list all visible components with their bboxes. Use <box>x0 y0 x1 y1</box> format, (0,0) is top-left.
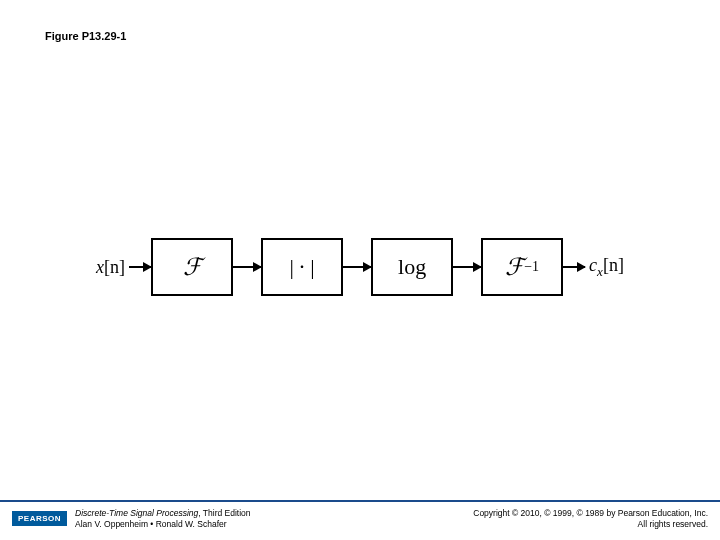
input-var: x <box>96 257 104 277</box>
input-index: [n] <box>104 257 125 277</box>
magnitude-symbol: | · | <box>289 254 314 280</box>
arrow <box>343 266 371 268</box>
rights-line: All rights reserved. <box>473 519 708 530</box>
output-var: c <box>589 255 597 275</box>
footer: PEARSON Discrete-Time Signal Processing,… <box>0 500 720 540</box>
book-edition: , Third Edition <box>198 508 250 518</box>
arrow <box>129 266 151 268</box>
copyright-line: Copyright © 2010, © 1999, © 1989 by Pear… <box>473 508 708 519</box>
magnitude-block: | · | <box>261 238 343 296</box>
arrow <box>233 266 261 268</box>
inverse-fourier-symbol: ℱ <box>505 253 524 281</box>
book-info: Discrete-Time Signal Processing, Third E… <box>75 508 251 530</box>
figure-title: Figure P13.29-1 <box>45 30 126 42</box>
book-authors: Alan V. Oppenheim • Ronald W. Schafer <box>75 519 251 530</box>
output-signal-label: cx[n] <box>585 255 628 280</box>
output-index: [n] <box>603 255 624 275</box>
block-diagram: x[n] ℱ | · | log ℱ−1 cx[n] <box>20 238 700 296</box>
inverse-exponent: −1 <box>524 259 539 275</box>
footer-right: Copyright © 2010, © 1999, © 1989 by Pear… <box>473 508 708 530</box>
pearson-logo: PEARSON <box>12 511 67 526</box>
footer-left: PEARSON Discrete-Time Signal Processing,… <box>12 508 251 530</box>
arrow <box>453 266 481 268</box>
log-symbol: log <box>398 254 426 280</box>
fourier-block: ℱ <box>151 238 233 296</box>
inverse-fourier-block: ℱ−1 <box>481 238 563 296</box>
arrow <box>563 266 585 268</box>
fourier-symbol: ℱ <box>183 253 202 281</box>
input-signal-label: x[n] <box>92 257 129 278</box>
log-block: log <box>371 238 453 296</box>
book-title: Discrete-Time Signal Processing <box>75 508 198 518</box>
